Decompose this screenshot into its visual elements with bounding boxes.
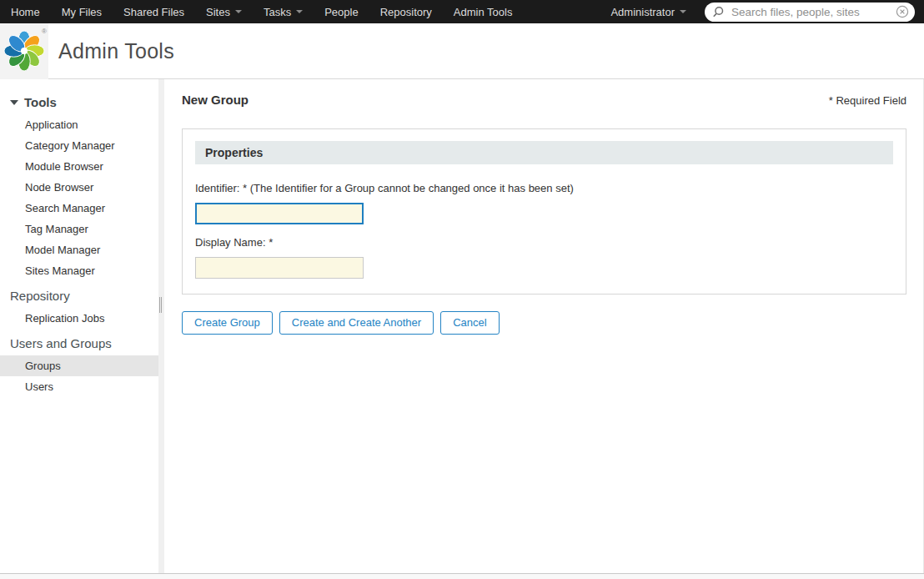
sidebar-group-label: Tools <box>24 95 57 109</box>
top-navigation-bar: Home My Files Shared Files Sites Tasks P… <box>0 0 924 23</box>
search-box[interactable] <box>705 3 915 22</box>
main-panel: New Group * Required Field Properties Id… <box>164 79 924 573</box>
create-group-button[interactable]: Create Group <box>182 311 273 335</box>
nav-item-sites[interactable]: Sites <box>195 0 253 23</box>
sidebar-group-header-repository[interactable]: Repository <box>0 284 158 308</box>
triangle-down-icon <box>10 100 18 105</box>
nav-item-label: Admin Tools <box>454 6 513 18</box>
sidebar-item-category-manager[interactable]: Category Manager <box>0 135 158 156</box>
sidebar: Tools Application Category Manager Modul… <box>0 79 158 573</box>
user-menu[interactable]: Administrator <box>610 6 686 18</box>
sidebar-item-tag-manager[interactable]: Tag Manager <box>0 219 158 239</box>
sidebar-item-model-manager[interactable]: Model Manager <box>0 239 158 260</box>
nav-item-label: My Files <box>62 6 102 18</box>
nav-item-label: Tasks <box>264 6 291 18</box>
form-button-row: Create Group Create and Create Another C… <box>182 311 906 335</box>
registered-trademark: ® <box>42 28 47 35</box>
nav-item-people[interactable]: People <box>314 0 369 23</box>
nav-item-label: Shared Files <box>123 6 184 18</box>
app-header: ® Admin Tools <box>0 23 924 79</box>
main-header: New Group * Required Field <box>182 93 906 107</box>
sidebar-item-sites-manager[interactable]: Sites Manager <box>0 260 158 281</box>
page-title: New Group <box>182 93 249 107</box>
page-app-title: Admin Tools <box>58 39 174 63</box>
sidebar-group-tools: Tools Application Category Manager Modul… <box>0 90 158 281</box>
properties-panel: Properties Identifier: * (The Identifier… <box>182 128 906 295</box>
identifier-field-label: Identifier: * (The Identifier for a Grou… <box>195 182 893 194</box>
display-name-input[interactable] <box>195 257 364 279</box>
nav-item-home[interactable]: Home <box>0 0 51 23</box>
sidebar-item-module-browser[interactable]: Module Browser <box>0 156 158 177</box>
nav-item-label: Sites <box>206 6 230 18</box>
sidebar-item-groups[interactable]: Groups <box>0 355 158 376</box>
sidebar-item-replication-jobs[interactable]: Replication Jobs <box>0 308 158 329</box>
search-input[interactable] <box>731 6 896 18</box>
nav-item-label: Repository <box>380 6 432 18</box>
properties-panel-header: Properties <box>195 141 893 164</box>
identifier-input[interactable] <box>195 203 364 224</box>
sidebar-resize-splitter[interactable] <box>158 79 164 573</box>
user-menu-label: Administrator <box>610 6 675 18</box>
nav-item-my-files[interactable]: My Files <box>51 0 113 23</box>
required-field-note: * Required Field <box>829 94 906 107</box>
chevron-down-icon <box>235 10 242 13</box>
nav-item-label: People <box>324 6 358 18</box>
clear-search-icon[interactable] <box>896 5 909 18</box>
sidebar-group-users-and-groups: Users and Groups Groups Users <box>0 331 158 397</box>
sidebar-group-label: Users and Groups <box>10 336 112 350</box>
nav-item-tasks[interactable]: Tasks <box>253 0 314 23</box>
alfresco-logo[interactable]: ® <box>0 23 48 79</box>
sidebar-group-repository: Repository Replication Jobs <box>0 284 158 329</box>
chevron-down-icon <box>680 10 686 13</box>
footer-strip <box>0 573 924 579</box>
sidebar-item-users[interactable]: Users <box>0 376 158 397</box>
sidebar-item-search-manager[interactable]: Search Manager <box>0 198 158 219</box>
sidebar-group-header-users-and-groups[interactable]: Users and Groups <box>0 331 158 355</box>
sidebar-item-node-browser[interactable]: Node Browser <box>0 177 158 198</box>
nav-item-repository[interactable]: Repository <box>369 0 443 23</box>
sidebar-group-label: Repository <box>10 289 70 303</box>
splitter-drag-handle-icon[interactable] <box>159 297 162 313</box>
nav-item-label: Home <box>11 6 40 18</box>
cancel-button[interactable]: Cancel <box>440 311 499 335</box>
chevron-down-icon <box>296 10 303 13</box>
create-and-create-another-button[interactable]: Create and Create Another <box>279 311 434 335</box>
sidebar-group-header-tools[interactable]: Tools <box>0 90 158 114</box>
search-icon <box>712 6 725 18</box>
content-area: Tools Application Category Manager Modul… <box>0 79 924 573</box>
alfresco-flower-icon <box>3 30 45 72</box>
nav-item-admin-tools[interactable]: Admin Tools <box>443 0 524 23</box>
display-name-field-label: Display Name: * <box>195 236 893 249</box>
sidebar-item-application[interactable]: Application <box>0 114 158 135</box>
nav-item-shared-files[interactable]: Shared Files <box>113 0 195 23</box>
